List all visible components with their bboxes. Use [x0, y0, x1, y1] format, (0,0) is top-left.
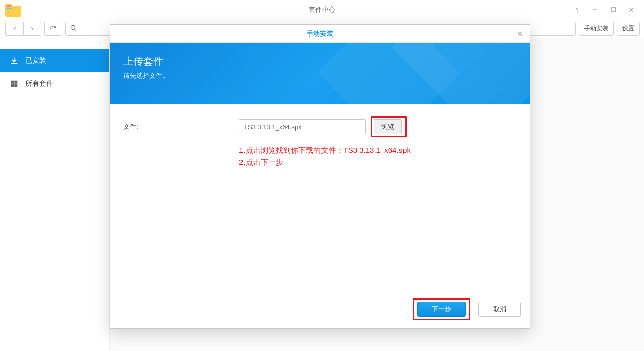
download-icon [9, 56, 19, 66]
app-icon [5, 3, 21, 17]
dialog-title: 手动安装 [307, 29, 333, 38]
dialog-banner: 上传套件 请先选择文件。 [110, 43, 530, 104]
dialog-close-button[interactable] [515, 29, 525, 39]
sidebar: 已安装 所有套件 [0, 38, 110, 351]
next-highlight: 下一步 [413, 298, 470, 320]
instruction-annotation: 1.点击浏览找到你下载的文件：TS3 3.13.1_x64.spk 2.点击下一… [239, 144, 517, 168]
cancel-button[interactable]: 取消 [478, 302, 521, 317]
settings-button[interactable]: 设置 [617, 22, 640, 36]
sidebar-item-label: 所有套件 [25, 79, 53, 89]
browse-button[interactable]: 浏览 [374, 119, 402, 134]
manual-install-dialog: 手动安装 上传套件 请先选择文件。 文件: TS3 3.13.1_x64.spk… [110, 24, 530, 329]
back-button[interactable] [5, 22, 23, 36]
sidebar-item-label: 已安装 [25, 56, 46, 65]
dialog-footer: 下一步 取消 [110, 292, 530, 328]
dialog-header: 手动安装 [110, 25, 530, 43]
file-name-field[interactable]: TS3 3.13.1_x64.spk [239, 119, 366, 134]
sidebar-item-all[interactable]: 所有套件 [0, 72, 109, 96]
file-row: 文件: TS3 3.13.1_x64.spk 浏览 [123, 116, 517, 137]
window-titlebar: 套件中心 [0, 0, 644, 19]
svg-rect-6 [611, 8, 615, 12]
next-button[interactable]: 下一步 [417, 302, 466, 317]
svg-rect-13 [15, 81, 17, 83]
grid-icon [9, 79, 19, 89]
window-controls [573, 5, 644, 14]
banner-heading: 上传套件 [123, 55, 517, 68]
window-title: 套件中心 [0, 5, 644, 14]
svg-rect-11 [11, 63, 17, 64]
search-icon [70, 24, 77, 33]
browse-highlight: 浏览 [371, 116, 407, 137]
svg-point-9 [71, 25, 75, 29]
maximize-icon[interactable] [609, 5, 618, 14]
forward-button[interactable] [23, 22, 41, 36]
svg-rect-2 [6, 8, 12, 9]
instruction-line-2: 2.点击下一步 [239, 156, 517, 168]
close-icon[interactable] [627, 5, 636, 14]
svg-rect-14 [11, 84, 14, 87]
svg-rect-15 [15, 84, 17, 87]
banner-subtitle: 请先选择文件。 [123, 71, 517, 80]
svg-rect-3 [7, 5, 11, 7]
svg-line-10 [75, 29, 76, 30]
nav-group [5, 22, 41, 36]
dialog-content: 文件: TS3 3.13.1_x64.spk 浏览 1.点击浏览找到你下载的文件… [110, 104, 530, 168]
svg-point-4 [577, 11, 578, 12]
instruction-line-1: 1.点击浏览找到你下载的文件：TS3 3.13.1_x64.spk [239, 144, 517, 156]
help-icon[interactable] [573, 5, 582, 14]
refresh-button[interactable] [44, 22, 62, 36]
manual-install-button[interactable]: 手动安装 [579, 22, 614, 36]
svg-rect-12 [11, 81, 14, 83]
file-label: 文件: [123, 122, 234, 131]
sidebar-item-installed[interactable]: 已安装 [0, 49, 109, 72]
minimize-icon[interactable] [591, 5, 600, 14]
